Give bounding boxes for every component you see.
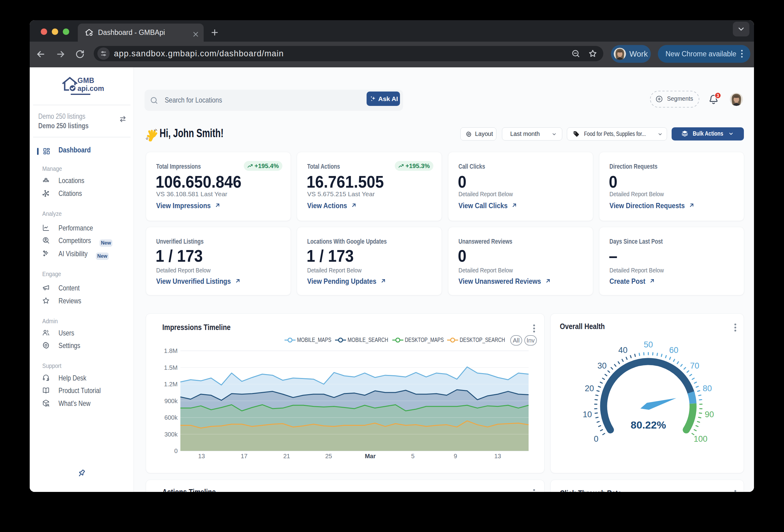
svg-text:40: 40 xyxy=(618,346,627,355)
svg-text:80.22%: 80.22% xyxy=(631,419,666,431)
svg-text:900k: 900k xyxy=(164,397,178,404)
svg-text:90: 90 xyxy=(705,410,714,419)
svg-text:17: 17 xyxy=(241,453,248,460)
svg-text:1.5M: 1.5M xyxy=(164,364,178,371)
svg-text:60: 60 xyxy=(669,346,678,355)
svg-text:80: 80 xyxy=(703,384,712,393)
svg-text:300k: 300k xyxy=(164,431,178,438)
svg-text:Mar: Mar xyxy=(365,453,376,460)
svg-text:13: 13 xyxy=(198,453,205,460)
svg-text:100: 100 xyxy=(694,434,707,444)
svg-text:600k: 600k xyxy=(164,414,178,421)
svg-text:70: 70 xyxy=(690,361,699,371)
svg-text:21: 21 xyxy=(283,453,290,460)
svg-text:25: 25 xyxy=(325,453,332,460)
svg-text:50: 50 xyxy=(644,340,653,349)
svg-text:5: 5 xyxy=(411,453,414,460)
svg-text:20: 20 xyxy=(585,384,594,393)
svg-text:30: 30 xyxy=(597,361,607,371)
svg-text:0: 0 xyxy=(594,434,598,444)
svg-text:10: 10 xyxy=(583,410,592,419)
svg-text:9: 9 xyxy=(453,453,457,460)
svg-text:13: 13 xyxy=(494,453,501,460)
svg-text:1.2M: 1.2M xyxy=(164,381,178,387)
svg-text:0: 0 xyxy=(174,447,178,454)
svg-text:1.8M: 1.8M xyxy=(164,348,178,354)
